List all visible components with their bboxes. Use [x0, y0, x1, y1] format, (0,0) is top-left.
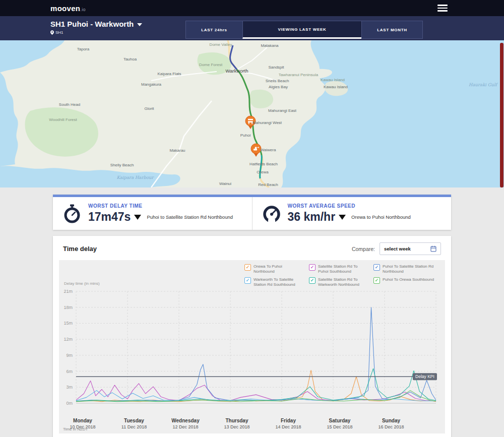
route-map[interactable]: TaporaTauhoaDome ValleyMatakanaDome Fore… — [0, 40, 504, 188]
nav-bar: SH1 Puhoi - Warkworth SH1 LAST 24hrs VIE… — [0, 16, 504, 40]
chart-y-axis-label: Delay time (in mins) — [64, 281, 100, 286]
svg-text:12m: 12m — [64, 337, 73, 342]
timezone-note: Time in NZDT — [63, 427, 88, 431]
speedometer-icon — [262, 204, 282, 224]
svg-text:Delay KPI: Delay KPI — [415, 374, 434, 379]
svg-text:11 Dec 2018: 11 Dec 2018 — [121, 424, 147, 429]
legend-item[interactable]: ✓Satellite Station Rd To Warkworth North… — [309, 277, 368, 287]
worst-speed-description: Orewa to Puhoi Northbound — [351, 214, 411, 220]
legend-label: Satellite Station Rd To Puhoi Southbound — [318, 264, 368, 274]
legend-checkbox[interactable]: ✓ — [244, 264, 251, 271]
legend-checkbox[interactable]: ✓ — [309, 264, 316, 271]
legend-item[interactable]: ✓Warkworth To Satellite Station Rd South… — [244, 277, 304, 287]
legend-checkbox[interactable]: ✓ — [309, 277, 316, 284]
worst-speed-panel: WORST AVERAGE SPEED 36 km/hr Orewa to Pu… — [252, 197, 452, 230]
series-line — [76, 368, 436, 401]
svg-text:13 Dec 2018: 13 Dec 2018 — [224, 424, 249, 429]
series-line — [76, 391, 436, 402]
logo-text: mooven — [50, 4, 80, 13]
logo-suffix: .io — [80, 7, 85, 12]
svg-text:3m: 3m — [66, 385, 73, 390]
legend-item[interactable]: ✓Puhoi To Satellite Station Rd Northboun… — [373, 264, 438, 274]
down-arrow-icon — [339, 215, 346, 220]
tab-last-week[interactable]: VIEWING LAST WEEK — [242, 21, 362, 39]
legend-checkbox[interactable]: ✓ — [373, 277, 380, 284]
legend-item[interactable]: ✓Orewa To Puhoi Northbound — [244, 264, 304, 274]
worst-delay-panel: WORST DELAY TIME 17m47s Puhoi to Satelli… — [53, 197, 252, 230]
legend-label: Puhoi To Orewa Southbound — [383, 277, 434, 287]
route-selector[interactable]: SH1 Puhoi - Warkworth SH1 — [50, 20, 142, 35]
chart-legend: ✓Orewa To Puhoi Northbound✓Satellite Sta… — [244, 264, 438, 287]
chevron-down-icon — [137, 23, 142, 26]
legend-label: Satellite Station Rd To Warkworth Northb… — [318, 277, 368, 287]
stopwatch-icon — [62, 204, 82, 224]
svg-text:14 Dec 2018: 14 Dec 2018 — [275, 424, 301, 429]
tab-last-month[interactable]: LAST MONTH — [361, 21, 423, 39]
svg-text:Wednesday: Wednesday — [171, 418, 200, 423]
svg-text:15m: 15m — [64, 321, 73, 326]
worst-delay-description: Puhoi to Satellite Station Rd Northbound — [147, 214, 233, 220]
svg-text:12 Dec 2018: 12 Dec 2018 — [172, 424, 198, 429]
location-pin-icon — [50, 30, 54, 35]
legend-item[interactable]: ✓Satellite Station Rd To Puhoi Southboun… — [309, 264, 368, 274]
time-delay-title: Time delay — [63, 245, 97, 253]
top-bar: mooven.io — [0, 0, 504, 16]
svg-text:21m: 21m — [64, 289, 73, 294]
tab-last-24hrs[interactable]: LAST 24hrs — [185, 21, 243, 39]
mooven-logo[interactable]: mooven.io — [50, 4, 86, 13]
map-canvas — [0, 40, 504, 188]
svg-text:Tuesday: Tuesday — [124, 418, 144, 423]
legend-label: Orewa To Puhoi Northbound — [254, 264, 304, 274]
worst-delay-value: 17m47s — [88, 210, 131, 224]
svg-text:Saturday: Saturday — [329, 418, 351, 423]
compare-week-value: select week — [384, 246, 411, 252]
page-scrollbar — [499, 40, 504, 437]
svg-text:Thursday: Thursday — [225, 418, 248, 423]
svg-text:9m: 9m — [66, 353, 73, 358]
compare-week-select[interactable]: select week — [380, 242, 441, 255]
series-line — [76, 370, 436, 402]
legend-label: Puhoi To Satellite Station Rd Northbound — [383, 264, 438, 274]
svg-text:6m: 6m — [66, 369, 73, 374]
legend-item[interactable]: ✓Puhoi To Orewa Southbound — [373, 277, 438, 287]
scrollbar-thumb[interactable] — [500, 43, 503, 188]
summary-card: WORST DELAY TIME 17m47s Puhoi to Satelli… — [53, 195, 451, 230]
delay-chart-region: 0m3m6m9m12m15m18m21mDelay KPIMonday10 De… — [59, 260, 445, 433]
svg-text:Friday: Friday — [281, 418, 296, 423]
time-delay-card: Time delay Compare: select week 0m3m6m9m… — [53, 236, 451, 437]
hamburger-menu-icon[interactable] — [437, 5, 448, 12]
route-subtitle: SH1 — [55, 30, 64, 35]
svg-text:18m: 18m — [64, 305, 73, 310]
time-range-tabs: LAST 24hrs VIEWING LAST WEEK LAST MONTH — [185, 21, 423, 39]
worst-speed-title: WORST AVERAGE SPEED — [288, 203, 411, 209]
series-line — [76, 391, 436, 401]
route-title: SH1 Puhoi - Warkworth — [50, 20, 134, 28]
worst-speed-value: 36 km/hr — [288, 210, 336, 224]
legend-checkbox[interactable]: ✓ — [373, 264, 380, 271]
svg-text:Monday: Monday — [73, 418, 92, 423]
down-arrow-icon — [134, 215, 141, 220]
svg-text:15 Dec 2018: 15 Dec 2018 — [327, 424, 352, 429]
svg-text:0m: 0m — [66, 401, 73, 406]
svg-text:Sunday: Sunday — [382, 418, 401, 423]
legend-checkbox[interactable]: ✓ — [244, 277, 251, 284]
svg-text:16 Dec 2018: 16 Dec 2018 — [378, 424, 404, 429]
compare-label: Compare: — [352, 246, 375, 252]
worst-delay-title: WORST DELAY TIME — [88, 203, 233, 209]
calendar-icon — [430, 245, 436, 252]
legend-label: Warkworth To Satellite Station Rd Southb… — [254, 277, 304, 287]
